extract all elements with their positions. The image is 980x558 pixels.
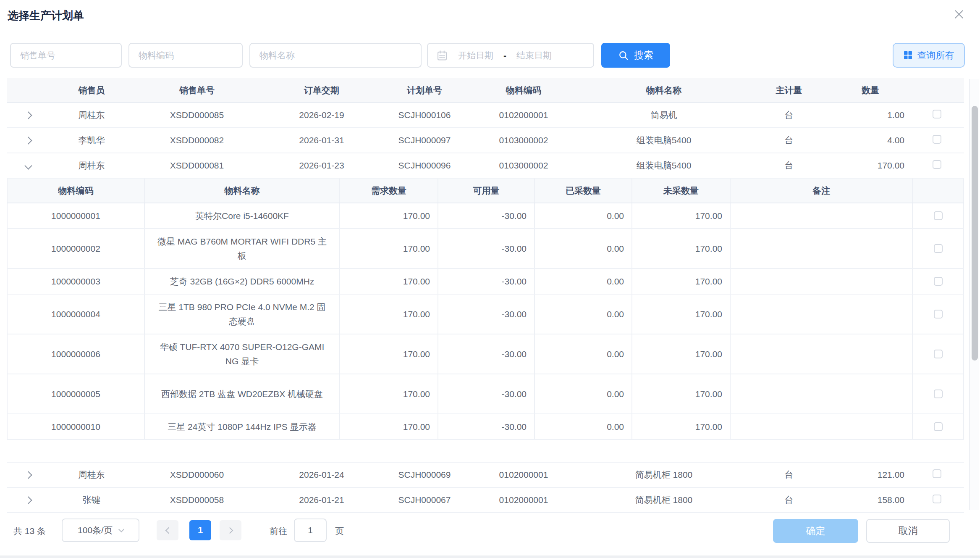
- cell-unit: 台: [747, 469, 831, 481]
- search-button[interactable]: 搜索: [601, 43, 670, 68]
- detail-row-checkbox[interactable]: [934, 310, 943, 318]
- header-material-code: 物料编码: [466, 84, 581, 96]
- detail-header-material-code: 物料编码: [7, 179, 145, 203]
- row-checkbox[interactable]: [933, 135, 941, 144]
- cell-plan-no: SCJH000069: [383, 470, 466, 480]
- cell-material-code: 0103000002: [466, 161, 581, 171]
- cell-quantity: 4.00: [831, 135, 909, 145]
- detail-row: 1000000005 西部数据 2TB 蓝盘 WD20EZBX 机械硬盘 170…: [7, 374, 964, 414]
- search-icon: [618, 50, 629, 61]
- table-row-expanded: 周桂东 XSDD000081 2026-01-23 SCJH000096 010…: [7, 153, 964, 179]
- cell-material-code: 1000000003: [7, 269, 145, 294]
- chevron-right-icon[interactable]: [24, 111, 32, 119]
- detail-header-unpurchased-qty: 未采数量: [632, 179, 731, 203]
- detail-row-checkbox[interactable]: [934, 211, 943, 220]
- cell-available-qty: -30.00: [438, 229, 535, 268]
- row-checkbox[interactable]: [933, 495, 941, 503]
- cancel-button[interactable]: 取消: [866, 519, 950, 543]
- page-unit-label: 页: [335, 525, 344, 537]
- table-row: 张键 XSDD000058 2026-01-21 SCJH000067 0102…: [7, 488, 964, 513]
- detail-row-checkbox[interactable]: [934, 350, 943, 358]
- page-number-button[interactable]: 1: [189, 520, 211, 540]
- cell-sales-order: XSDD000081: [134, 161, 260, 171]
- chevron-right-icon[interactable]: [24, 496, 32, 504]
- cell-remark: [731, 203, 913, 228]
- cell-quantity: 170.00: [831, 161, 909, 171]
- cell-available-qty: -30.00: [438, 414, 535, 439]
- detail-row-checkbox[interactable]: [934, 422, 943, 431]
- cell-required-qty: 170.00: [340, 414, 438, 439]
- cell-available-qty: -30.00: [438, 374, 535, 413]
- cell-unit: 台: [747, 109, 831, 121]
- cell-required-qty: 170.00: [340, 295, 438, 334]
- cell-delivery-date: 2026-01-24: [260, 470, 383, 480]
- cell-unpurchased-qty: 170.00: [632, 229, 731, 268]
- detail-row: 1000000006 华硕 TUF-RTX 4070 SUPER-O12G-GA…: [7, 334, 964, 374]
- cell-available-qty: -30.00: [438, 334, 535, 374]
- prev-page-button[interactable]: [157, 520, 178, 540]
- cell-material-code: 0103000002: [466, 135, 581, 145]
- table-header-row: 销售员 销售单号 订单交期 计划单号 物料编码 物料名称 主计量 数量: [7, 78, 964, 103]
- detail-header-purchased-qty: 已采数量: [535, 179, 632, 203]
- cell-plan-no: SCJH000106: [383, 110, 466, 120]
- detail-header-available-qty: 可用量: [438, 179, 535, 203]
- goto-label: 前往: [270, 525, 287, 537]
- chevron-right-icon[interactable]: [24, 137, 32, 144]
- chevron-down-icon: [118, 526, 124, 532]
- cell-sales-order: XSDD000085: [134, 110, 260, 120]
- close-icon[interactable]: [950, 5, 968, 24]
- cell-salesperson: 周桂东: [50, 160, 134, 171]
- cell-unpurchased-qty: 170.00: [632, 295, 731, 334]
- detail-header-row: 物料编码 物料名称 需求数量 可用量 已采数量 未采数量 备注: [7, 179, 964, 203]
- cell-unpurchased-qty: 170.00: [632, 203, 731, 228]
- cell-material-code: 0102000001: [466, 110, 581, 120]
- header-quantity: 数量: [831, 84, 909, 96]
- cell-required-qty: 170.00: [340, 229, 438, 268]
- row-checkbox[interactable]: [933, 110, 941, 118]
- cell-delivery-date: 2026-02-19: [260, 110, 383, 120]
- header-delivery-date: 订单交期: [260, 84, 383, 96]
- cell-material-code: 1000000006: [7, 334, 145, 374]
- detail-row-checkbox[interactable]: [934, 390, 943, 398]
- cell-unit: 台: [747, 134, 831, 146]
- goto-page-input[interactable]: [294, 519, 327, 542]
- row-checkbox[interactable]: [933, 469, 941, 478]
- detail-row-checkbox[interactable]: [934, 244, 943, 253]
- header-material-name: 物料名称: [581, 84, 747, 96]
- cell-unpurchased-qty: 170.00: [632, 334, 731, 374]
- cell-purchased-qty: 0.00: [535, 334, 632, 374]
- cell-remark: [731, 374, 913, 413]
- confirm-button[interactable]: 确定: [773, 519, 858, 543]
- material-name-input[interactable]: [249, 43, 422, 68]
- chevron-down-icon[interactable]: [24, 162, 32, 169]
- cell-material-name: 简易机柜 1800: [581, 469, 747, 481]
- cell-delivery-date: 2026-01-31: [260, 135, 383, 145]
- chevron-right-icon: [226, 527, 233, 534]
- cell-delivery-date: 2026-01-21: [260, 495, 383, 505]
- cell-purchased-qty: 0.00: [535, 203, 632, 228]
- page-size-select[interactable]: 100条/页: [62, 519, 139, 542]
- next-page-button[interactable]: [220, 520, 241, 540]
- chevron-right-icon[interactable]: [24, 471, 32, 479]
- material-code-input[interactable]: [128, 43, 243, 68]
- scrollbar-thumb[interactable]: [972, 106, 978, 361]
- cell-unpurchased-qty: 170.00: [632, 374, 731, 413]
- query-all-button[interactable]: 查询所有: [893, 43, 965, 68]
- cell-required-qty: 170.00: [340, 334, 438, 374]
- cell-material-code: 0102000001: [466, 470, 581, 480]
- row-checkbox[interactable]: [933, 160, 941, 169]
- table-row: 周桂东 XSDD000060 2026-01-24 SCJH000069 010…: [7, 463, 964, 488]
- sales-order-input[interactable]: [10, 43, 122, 68]
- cell-available-qty: -30.00: [438, 269, 535, 294]
- detail-row-checkbox[interactable]: [934, 277, 943, 286]
- detail-header-required-qty: 需求数量: [340, 179, 438, 203]
- detail-header-material-name: 物料名称: [145, 179, 340, 203]
- date-range-picker[interactable]: 开始日期 - 结束日期: [427, 43, 594, 68]
- cell-sales-order: XSDD000082: [134, 135, 260, 145]
- cell-material-code: 1000000001: [7, 203, 145, 228]
- table-row: 周桂东 XSDD000085 2026-02-19 SCJH000106 010…: [7, 103, 964, 128]
- cell-material-name: 组装电脑5400: [581, 134, 747, 146]
- cell-plan-no: SCJH000096: [383, 161, 466, 171]
- cell-unpurchased-qty: 170.00: [632, 414, 731, 439]
- cell-available-qty: -30.00: [438, 295, 535, 334]
